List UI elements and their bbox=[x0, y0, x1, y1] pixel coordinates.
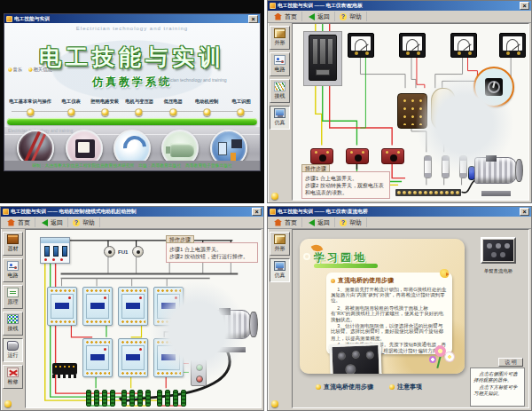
close-button[interactable]: × bbox=[520, 2, 529, 10]
device-thumbnail[interactable] bbox=[481, 237, 516, 264]
changeover-switch-body[interactable] bbox=[397, 93, 427, 129]
pushbutton-station[interactable] bbox=[191, 360, 207, 386]
breaker-toggle[interactable] bbox=[44, 246, 50, 257]
menu-item-machines[interactable]: 电机与变压器 bbox=[122, 98, 156, 116]
photo-comp-a bbox=[218, 142, 227, 155]
titlebar[interactable]: 电工技能与实训 —— 电动机控制\绕线式电动机起动控制 × bbox=[1, 207, 263, 217]
motor-icon bbox=[7, 341, 19, 351]
home-button[interactable]: 首页 bbox=[270, 217, 302, 227]
analog-meter-2 bbox=[399, 33, 426, 58]
breaker-toggle[interactable] bbox=[62, 246, 67, 257]
terminal bbox=[456, 191, 459, 194]
menu-item-lighting[interactable]: 照明电路安装 bbox=[88, 98, 121, 116]
sidebar-label: 检修 bbox=[8, 378, 19, 386]
start-button[interactable] bbox=[196, 364, 203, 371]
window-title: 电工技能与实训 bbox=[14, 15, 235, 23]
back-button[interactable]: 返回 bbox=[302, 12, 335, 21]
window-title: 电工技能与实训 —— 电动机控制\绕线式电动机起动控制 bbox=[11, 208, 239, 216]
sidebar-item-circuit[interactable]: 电路 bbox=[3, 258, 23, 282]
quadrant-sim-motor: 电工技能与实训 —— 电动机控制\绕线式电动机起动控制 × 首页 返回 帮助 器… bbox=[0, 206, 264, 411]
bullet-icon bbox=[389, 384, 395, 390]
sidebar-label: 外形 bbox=[275, 245, 286, 253]
bridge-photo bbox=[329, 343, 381, 374]
terminal bbox=[450, 191, 454, 194]
english-subtitle: Electrician technology and training bbox=[158, 77, 227, 82]
help-button[interactable]: 帮助 bbox=[335, 217, 367, 227]
learning-page: 学习园地 直流电桥的使用步骤 1、测量前先打开检流计锁扣，即将G接线柱处的金属短… bbox=[300, 239, 465, 374]
back-label: 返回 bbox=[317, 218, 330, 227]
sidebar-item-run[interactable]: 运行 bbox=[3, 338, 23, 362]
breaker-toggle[interactable] bbox=[53, 246, 59, 257]
menu-item-meters[interactable]: 电工仪表 bbox=[54, 98, 88, 116]
music-link[interactable]: 音乐 bbox=[8, 66, 22, 73]
contactor bbox=[82, 287, 113, 326]
titlebar[interactable]: 电工技能与实训 —— 电工仪表\直流电桥 × bbox=[268, 207, 531, 217]
sidebar-item-principle[interactable]: 原理 bbox=[3, 285, 23, 309]
note-panel: 点击右侧图片可选择待观察的器件。 点击下方标签可学习相关知识。 bbox=[470, 368, 525, 407]
help-button[interactable]: 帮助 bbox=[68, 217, 100, 227]
meter-needle bbox=[463, 43, 471, 51]
quadrant-intro: 电工技能与实训 × Electrician technology and tra… bbox=[0, 0, 264, 203]
contactor bbox=[153, 338, 184, 377]
link-usage-steps[interactable]: 直流电桥使用步骤 bbox=[316, 383, 373, 391]
meter-needle bbox=[512, 43, 520, 51]
breaker-handle[interactable] bbox=[316, 69, 330, 75]
menu-item-motor-control[interactable]: 电动机控制 bbox=[190, 98, 223, 116]
breaker-pole bbox=[313, 39, 317, 64]
sidebar-item-circuit[interactable]: 电路 bbox=[270, 52, 290, 76]
sidebar-label: 仿真 bbox=[275, 119, 286, 127]
sidebar-item-appearance[interactable]: 外形 bbox=[270, 26, 290, 50]
sidebar-item-simulation[interactable]: 仿真 bbox=[270, 258, 290, 282]
back-button[interactable]: 返回 bbox=[35, 217, 68, 227]
menu-label: 照明电路安装 bbox=[90, 99, 121, 106]
switch-knob[interactable] bbox=[456, 102, 465, 115]
steps-tab: 操作步骤 bbox=[166, 235, 194, 243]
close-button[interactable]: × bbox=[252, 208, 262, 216]
close-button[interactable]: × bbox=[248, 15, 258, 23]
stop-button[interactable] bbox=[196, 375, 203, 383]
close-button[interactable]: × bbox=[520, 208, 529, 216]
magnifier-callout[interactable] bbox=[473, 67, 514, 107]
note-tab[interactable]: 说 明 bbox=[498, 358, 523, 367]
sidebar-item-wiring[interactable]: 接线 bbox=[3, 312, 23, 336]
menu-item-basics[interactable]: 电工基本常识与操作 bbox=[6, 98, 54, 116]
fuse-link-3 bbox=[459, 155, 467, 178]
changeover-switch-ceramic[interactable] bbox=[431, 88, 456, 130]
contactor-pins bbox=[85, 320, 110, 324]
help-button[interactable]: 帮助 bbox=[335, 12, 367, 21]
menu-item-lv-apparatus[interactable]: 低压电器 bbox=[156, 98, 190, 116]
toolbar: 首页 返回 帮助 bbox=[268, 217, 531, 229]
resistor-bank bbox=[157, 390, 186, 407]
titlebar[interactable]: 电工技能与实训 —— 电工仪表\配电板 × bbox=[268, 1, 531, 11]
contactor-pins bbox=[85, 371, 110, 375]
resistor-coil bbox=[86, 390, 91, 407]
fuse-link-2 bbox=[442, 155, 450, 178]
section-heading: 直流电桥的使用步骤 bbox=[331, 276, 448, 285]
power-switch[interactable] bbox=[309, 35, 337, 81]
sidebar-item-appearance[interactable]: 外形 bbox=[270, 232, 290, 256]
toolbar: 首页 返回 帮助 bbox=[1, 217, 263, 229]
terminal bbox=[429, 191, 433, 194]
terminal-clamp bbox=[52, 363, 77, 375]
pliers-icon bbox=[7, 368, 19, 377]
motor-end-cap bbox=[249, 312, 258, 337]
help-label: 帮助 bbox=[82, 218, 95, 227]
sidebar-item-simulation[interactable]: 仿真 bbox=[270, 106, 290, 130]
circuit-icon bbox=[274, 55, 286, 65]
titlebar[interactable]: 电工技能与实训 × bbox=[4, 14, 260, 23]
info-link[interactable]: 相关信息 bbox=[28, 66, 52, 73]
sidebar-item-equipment[interactable]: 器材 bbox=[3, 232, 23, 256]
learn-canvas: 学习园地 直流电桥的使用步骤 1、测量前先打开检流计锁扣，即将G接线柱处的金属短… bbox=[292, 229, 529, 408]
home-button[interactable]: 首页 bbox=[270, 12, 302, 21]
sidebar-item-wiring[interactable]: 接线 bbox=[270, 79, 290, 103]
rotary-knob-icon[interactable] bbox=[485, 78, 503, 96]
bullet-icon bbox=[331, 279, 335, 283]
link-cautions[interactable]: 注意事项 bbox=[389, 383, 422, 391]
fuse bbox=[104, 246, 115, 257]
power-switch[interactable] bbox=[40, 237, 70, 264]
resistor-coil bbox=[137, 390, 143, 407]
sidebar-item-repair[interactable]: 检修 bbox=[3, 365, 23, 389]
menu-item-diagrams[interactable]: 电工识图 bbox=[224, 98, 258, 116]
back-button[interactable]: 返回 bbox=[302, 217, 335, 227]
home-button[interactable]: 首页 bbox=[3, 217, 35, 227]
